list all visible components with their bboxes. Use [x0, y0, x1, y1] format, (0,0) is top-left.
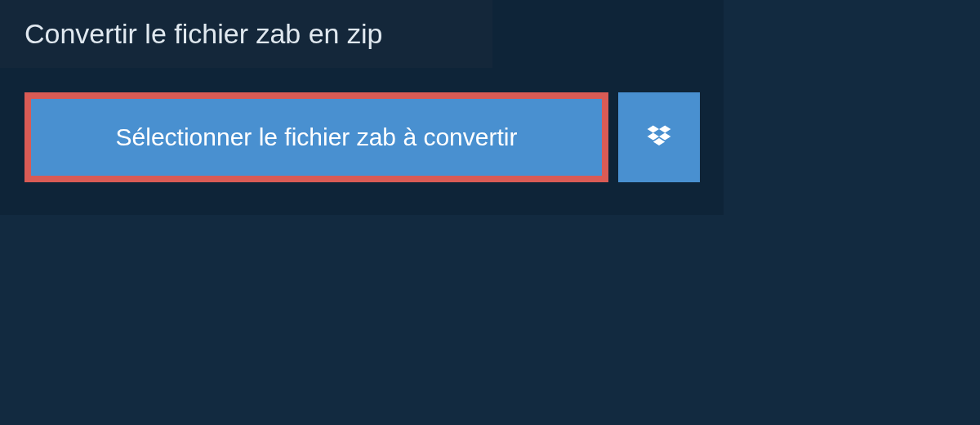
dropbox-icon: [644, 123, 674, 152]
dropbox-button[interactable]: [618, 92, 700, 182]
button-row: Sélectionner le fichier zab à convertir: [0, 68, 724, 182]
converter-panel: Convertir le fichier zab en zip Sélectio…: [0, 0, 724, 215]
select-file-label: Sélectionner le fichier zab à convertir: [116, 123, 518, 151]
select-file-button[interactable]: Sélectionner le fichier zab à convertir: [24, 92, 608, 182]
page-title: Convertir le fichier zab en zip: [0, 0, 492, 68]
